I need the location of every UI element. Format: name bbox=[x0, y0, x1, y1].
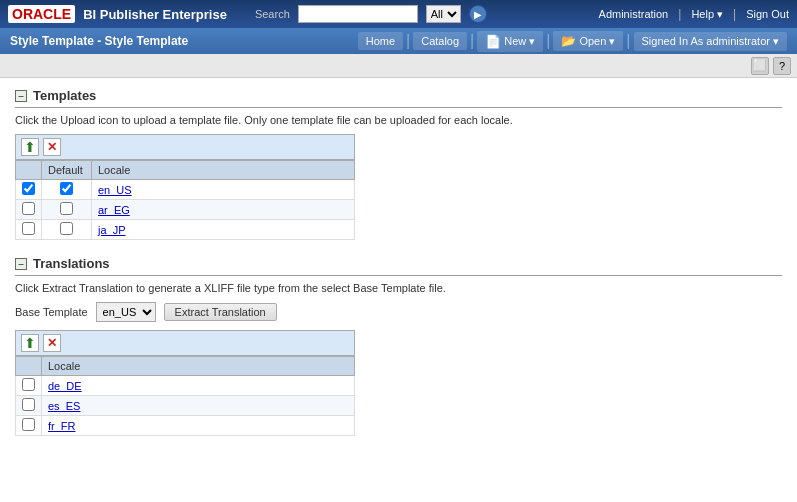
administration-link[interactable]: Administration bbox=[599, 8, 669, 20]
home-label: Home bbox=[366, 35, 395, 47]
base-template-select[interactable]: en_US bbox=[96, 302, 156, 322]
signed-in-menu[interactable]: Signed In As administrator ▾ bbox=[634, 32, 787, 51]
translations-row-checkbox[interactable] bbox=[22, 378, 35, 391]
templates-toggle[interactable]: – bbox=[15, 90, 27, 102]
templates-delete-button[interactable]: ✕ bbox=[43, 138, 61, 156]
help-link[interactable]: Help ▾ bbox=[691, 8, 723, 21]
new-label: New bbox=[504, 35, 526, 47]
search-button[interactable]: ▶ bbox=[469, 5, 487, 23]
translations-table: Locale de_DE es_ES fr_FR bbox=[15, 356, 355, 436]
username-label: administrator bbox=[706, 35, 770, 47]
sign-out-link[interactable]: Sign Out bbox=[746, 8, 789, 20]
templates-table-row: ja_JP bbox=[16, 220, 355, 240]
translations-divider bbox=[15, 275, 782, 276]
translations-row-locale-cell: de_DE bbox=[42, 376, 355, 396]
translations-row-locale-link[interactable]: es_ES bbox=[48, 400, 80, 412]
oracle-logo: ORACLE bbox=[8, 5, 75, 23]
search-label: Search bbox=[255, 8, 290, 20]
templates-section-header: – Templates bbox=[15, 88, 782, 103]
delete-icon: ✕ bbox=[47, 140, 57, 154]
templates-row-checkbox-cell bbox=[16, 200, 42, 220]
page-title: Style Template - Style Template bbox=[10, 34, 358, 48]
templates-row-locale-cell: ja_JP bbox=[92, 220, 355, 240]
maximize-icon[interactable]: ⬜ bbox=[751, 57, 769, 75]
templates-col-default: Default bbox=[42, 161, 92, 180]
main-content: – Templates Click the Upload icon to upl… bbox=[0, 78, 797, 502]
nav-links: Home | Catalog | 📄 New ▾ | 📂 Open ▾ | Si… bbox=[358, 31, 787, 52]
templates-row-default-cell bbox=[42, 180, 92, 200]
catalog-label: Catalog bbox=[421, 35, 459, 47]
open-chevron-icon: ▾ bbox=[609, 35, 615, 48]
translations-table-row: es_ES bbox=[16, 396, 355, 416]
translations-toggle[interactable]: – bbox=[15, 258, 27, 270]
translations-table-row: fr_FR bbox=[16, 416, 355, 436]
templates-row-locale-link[interactable]: en_US bbox=[98, 184, 132, 196]
templates-description: Click the Upload icon to upload a templa… bbox=[15, 114, 782, 126]
translations-row-checkbox[interactable] bbox=[22, 418, 35, 431]
base-template-row: Base Template en_US Extract Translation bbox=[15, 302, 782, 322]
translations-col-checkbox bbox=[16, 357, 42, 376]
home-button[interactable]: Home bbox=[358, 32, 403, 50]
translations-delete-icon: ✕ bbox=[47, 336, 57, 350]
translations-title: Translations bbox=[33, 256, 110, 271]
base-template-label: Base Template bbox=[15, 306, 88, 318]
signed-in-chevron-icon: ▾ bbox=[773, 35, 779, 47]
secondary-nav: Style Template - Style Template Home | C… bbox=[0, 28, 797, 54]
signed-in-label: Signed In As bbox=[642, 35, 704, 47]
templates-header-row: Default Locale bbox=[16, 161, 355, 180]
templates-row-default-check[interactable] bbox=[60, 182, 73, 195]
templates-row-checkbox-cell bbox=[16, 220, 42, 240]
translations-toolbar: ⬆ ✕ bbox=[15, 330, 355, 356]
action-bar: ⬜ ? bbox=[0, 54, 797, 78]
templates-col-checkbox bbox=[16, 161, 42, 180]
translations-row-checkbox-cell bbox=[16, 416, 42, 436]
templates-row-checkbox[interactable] bbox=[22, 202, 35, 215]
translations-header-row: Locale bbox=[16, 357, 355, 376]
help-icon[interactable]: ? bbox=[773, 57, 791, 75]
app-title: BI Publisher Enterprise bbox=[83, 7, 227, 22]
translations-upload-icon: ⬆ bbox=[24, 335, 36, 351]
templates-row-checkbox[interactable] bbox=[22, 182, 35, 195]
translations-row-locale-link[interactable]: de_DE bbox=[48, 380, 82, 392]
upload-icon: ⬆ bbox=[24, 139, 36, 155]
search-input[interactable] bbox=[298, 5, 418, 23]
translations-table-row: de_DE bbox=[16, 376, 355, 396]
catalog-button[interactable]: Catalog bbox=[413, 32, 467, 50]
templates-row-locale-cell: en_US bbox=[92, 180, 355, 200]
templates-table-row: en_US bbox=[16, 180, 355, 200]
translations-description: Click Extract Translation to generate a … bbox=[15, 282, 782, 294]
templates-row-default-check[interactable] bbox=[60, 222, 73, 235]
new-chevron-icon: ▾ bbox=[529, 35, 535, 48]
templates-divider bbox=[15, 107, 782, 108]
extract-translation-button[interactable]: Extract Translation bbox=[164, 303, 277, 321]
templates-row-locale-link[interactable]: ja_JP bbox=[98, 224, 126, 236]
templates-row-checkbox-cell bbox=[16, 180, 42, 200]
new-button[interactable]: 📄 New ▾ bbox=[477, 31, 543, 52]
templates-row-checkbox[interactable] bbox=[22, 222, 35, 235]
open-button[interactable]: 📂 Open ▾ bbox=[553, 31, 623, 51]
templates-row-locale-link[interactable]: ar_EG bbox=[98, 204, 130, 216]
translations-row-checkbox-cell bbox=[16, 376, 42, 396]
translations-row-locale-link[interactable]: fr_FR bbox=[48, 420, 76, 432]
translations-section: – Translations Click Extract Translation… bbox=[15, 256, 782, 436]
templates-toolbar: ⬆ ✕ bbox=[15, 134, 355, 160]
translations-row-locale-cell: es_ES bbox=[42, 396, 355, 416]
templates-row-default-cell bbox=[42, 200, 92, 220]
open-label: Open bbox=[579, 35, 606, 47]
templates-row-locale-cell: ar_EG bbox=[92, 200, 355, 220]
templates-table-row: ar_EG bbox=[16, 200, 355, 220]
templates-col-locale: Locale bbox=[92, 161, 355, 180]
templates-row-default-check[interactable] bbox=[60, 202, 73, 215]
templates-row-default-cell bbox=[42, 220, 92, 240]
translations-row-checkbox-cell bbox=[16, 396, 42, 416]
templates-title: Templates bbox=[33, 88, 96, 103]
translations-delete-button[interactable]: ✕ bbox=[43, 334, 61, 352]
translations-section-header: – Translations bbox=[15, 256, 782, 271]
translations-upload-button[interactable]: ⬆ bbox=[21, 334, 39, 352]
translations-col-locale: Locale bbox=[42, 357, 355, 376]
translations-row-checkbox[interactable] bbox=[22, 398, 35, 411]
search-scope-select[interactable]: All bbox=[426, 5, 461, 23]
templates-upload-button[interactable]: ⬆ bbox=[21, 138, 39, 156]
top-right-links: Administration | Help ▾ | Sign Out bbox=[599, 7, 789, 21]
translations-row-locale-cell: fr_FR bbox=[42, 416, 355, 436]
